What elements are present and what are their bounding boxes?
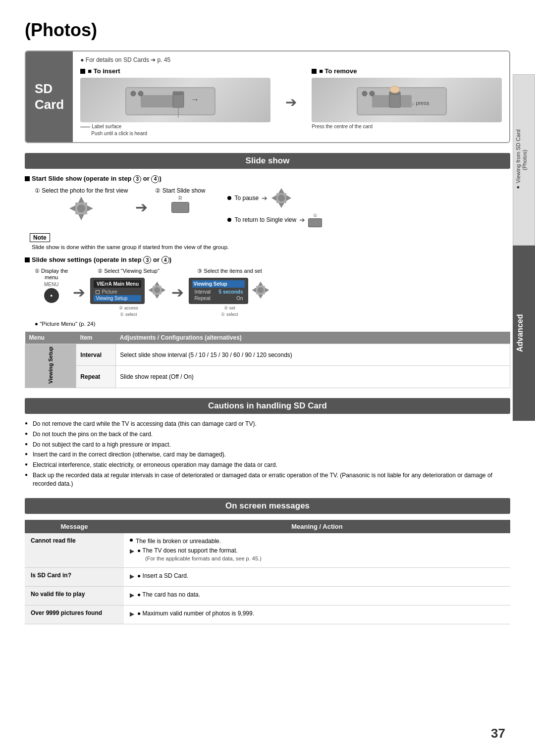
step1-label: ① Select the photo for the first view <box>35 187 128 194</box>
slideshow-steps: ① Select the photo for the first view ➔ … <box>35 187 510 227</box>
list-item: Do not subject the card to a high pressu… <box>25 441 510 449</box>
sd-insert-column: ■ To insert <box>80 67 270 137</box>
select-label: ① select <box>120 312 137 317</box>
arrow-separator: ➔ <box>280 94 302 110</box>
svg-text:↓ press: ↓ press <box>412 100 429 106</box>
svg-marker-37 <box>265 288 269 293</box>
svg-marker-30 <box>149 288 153 293</box>
messages-table-header: Message Meaning / Action <box>25 520 510 533</box>
action-col-header: Meaning / Action <box>124 520 510 533</box>
svg-marker-35 <box>258 295 263 299</box>
action-cell: ▶ ● Maximum valid number of photos is 9,… <box>124 605 510 624</box>
sidebar-top-label: ● Viewing from SD Card(Photos) <box>513 74 535 246</box>
interval-adj-cell: Select slide show interval (5 / 10 / 15 … <box>116 344 510 366</box>
svg-text:→: → <box>190 95 199 104</box>
svg-marker-23 <box>278 203 284 208</box>
svg-marker-25 <box>286 195 291 201</box>
svg-marker-36 <box>252 288 257 293</box>
repeat-item-cell: Repeat <box>76 366 116 388</box>
table-row: Cannot read file The file is broken or u… <box>25 533 510 568</box>
svg-point-10 <box>362 91 367 96</box>
svg-point-2 <box>131 91 136 96</box>
messages-header: On screen messages <box>25 498 510 514</box>
message-col-header: Message <box>25 520 124 533</box>
action-cell: The file is broken or unreadable. ▶ ● Th… <box>124 533 510 568</box>
return-line: To return to Single view ➔ G <box>227 213 322 227</box>
list-item: Insert the card in the correct direction… <box>25 451 510 459</box>
remote-r-btn: R <box>171 196 189 213</box>
settings-step2: ② Select "Viewing Setup" VIErrA Main Men… <box>90 268 166 317</box>
interval-item-cell: Interval <box>76 344 116 366</box>
viewing-interval-item: Interval 5 seconds <box>192 289 245 295</box>
table-row: Is SD Card in? ▶ ● Insert a SD Card. <box>25 568 510 587</box>
settings-steps: ① Display the menu MENU ● ➔ ② Select "Vi… <box>35 268 510 317</box>
svg-point-21 <box>77 204 85 212</box>
note-section: Note Slide show is done within the same … <box>30 233 510 250</box>
right-sidebar: ● Viewing from SD Card(Photos) Advanced <box>513 74 535 421</box>
svg-marker-29 <box>155 295 160 299</box>
remove-diagram: ↓ press <box>312 78 502 122</box>
page-title: (Photos) <box>25 20 510 41</box>
disp-step2-label: ② Select "Viewing Setup" <box>98 268 160 274</box>
slideshow-section: Slide show Start Slide show (operate in … <box>25 153 510 388</box>
remove-caption: Press the centre of the card <box>312 123 502 130</box>
list-item: Back up the recorded data at regular int… <box>25 471 510 488</box>
picture-menu-note: ● "Picture Menu" (p. 24) <box>35 321 510 327</box>
svg-marker-31 <box>161 288 166 293</box>
step1-group: ① Select the photo for the first view <box>35 187 128 223</box>
action-item: ▶ ● Maximum valid number of photos is 9,… <box>130 609 504 618</box>
sd-card-section: SDCard ● For details on SD Cards ➔ p. 45… <box>25 50 510 143</box>
settings-step1: ① Display the menu MENU ● <box>35 268 68 303</box>
pause-block: To pause ➔ To return to Single view ➔ G <box>227 187 322 227</box>
svg-point-27 <box>278 195 285 202</box>
message-cell: Cannot read file <box>25 533 124 568</box>
note-box: Note <box>30 233 50 242</box>
svg-point-33 <box>154 287 160 293</box>
svg-marker-22 <box>278 188 284 193</box>
list-item: Do not touch the pins on the back of the… <box>25 430 510 439</box>
sd-card-label: SDCard <box>26 51 73 142</box>
menu-group-cell: Viewing Setup <box>25 344 76 388</box>
settings-step3: ③ Select the items and set Viewing Setup… <box>189 268 270 317</box>
svg-marker-19 <box>87 205 93 211</box>
settings-title: Slide show settings (operate in step 3 o… <box>25 256 510 264</box>
to-insert-header: ■ To insert <box>80 67 270 75</box>
access-label: ② access <box>119 305 138 310</box>
table-row: Over 9999 pictures found ▶ ● Maximum val… <box>25 605 510 624</box>
page-number: 37 <box>491 726 505 741</box>
sidebar-bottom-label: Advanced <box>513 246 535 421</box>
svg-rect-5 <box>174 93 183 95</box>
menu-button-graphic: ● <box>44 288 59 303</box>
set-label: ② set <box>224 305 235 310</box>
cautions-header: Cautions in handling SD Card <box>25 398 510 414</box>
table-row: Repeat Slide show repeat (Off / On) <box>25 366 510 388</box>
sd-remove-column: ■ To remove ↓ press <box>312 67 502 130</box>
sd-ref: ● For details on SD Cards ➔ p. 45 <box>80 56 502 63</box>
col-menu-header: Menu <box>25 332 76 344</box>
svg-marker-28 <box>155 282 160 286</box>
main-menu-title: VIErrA Main Menu <box>94 280 141 288</box>
action-cell: ▶ ● The card has no data. <box>124 587 510 605</box>
table-row: No valid file to play ▶ ● The card has n… <box>25 587 510 605</box>
slideshow-header: Slide show <box>25 153 510 169</box>
svg-point-14 <box>390 86 400 93</box>
sd-card-content: ● For details on SD Cards ➔ p. 45 ■ To i… <box>73 51 509 142</box>
svg-point-3 <box>138 91 143 96</box>
step2-label: ② Start Slide show <box>155 187 205 194</box>
message-cell: Is SD Card in? <box>25 568 124 587</box>
note-text: Slide show is done within the same group… <box>32 244 510 250</box>
dpad-icon-1 <box>68 196 94 223</box>
svg-point-39 <box>258 287 264 293</box>
list-item: Do not remove the card while the TV is a… <box>25 420 510 428</box>
arrow1: ➔ <box>135 199 148 216</box>
svg-marker-16 <box>78 197 84 202</box>
menu-item-viewing: Viewing Setup <box>94 295 141 302</box>
repeat-adj-cell: Slide show repeat (Off / On) <box>116 366 510 388</box>
message-cell: No valid file to play <box>25 587 124 605</box>
action-item: ▶ ● Insert a SD Card. <box>130 572 504 581</box>
col-item-header: Item <box>76 332 116 344</box>
insert-diagram: → <box>80 78 270 122</box>
menu-label: MENU <box>44 282 58 287</box>
action-item: ▶ ● The TV does not support the format. … <box>130 547 504 562</box>
menu-item-picture: Picture <box>94 289 141 295</box>
